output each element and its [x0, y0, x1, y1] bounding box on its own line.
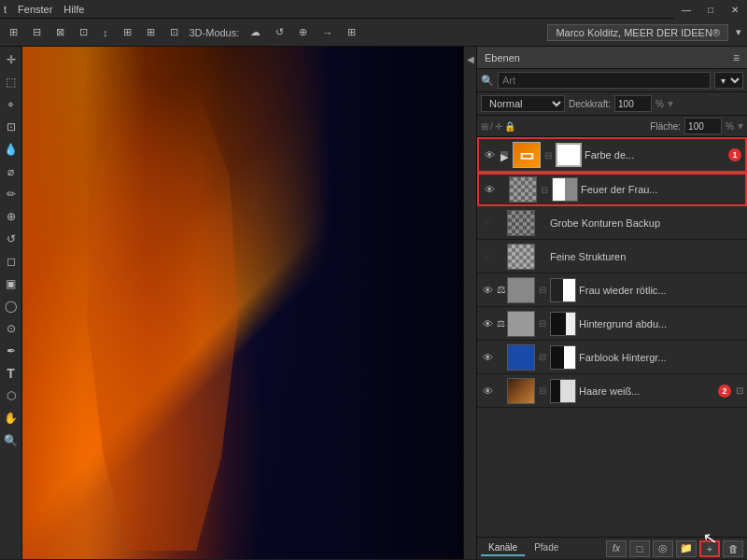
tool-gradient[interactable]: ▣ — [2, 274, 21, 293]
toolbar-icon-5[interactable]: ↕ — [99, 25, 112, 40]
blend-mode-select[interactable]: Normal — [481, 95, 565, 112]
tool-hand[interactable]: ✋ — [2, 409, 21, 427]
lock-paint-icon[interactable]: / — [490, 121, 493, 132]
fill-arrow[interactable]: ▾ — [738, 119, 743, 133]
toolbar-3d-icon3[interactable]: ⊕ — [295, 24, 311, 40]
tool-zoom[interactable]: 🔍 — [2, 431, 21, 450]
layer-badge-container-7: 2 — [718, 385, 731, 398]
fill-unit: % — [726, 121, 734, 132]
profile-arrow[interactable]: ▾ — [736, 26, 741, 38]
menu-item-t[interactable]: t — [4, 4, 7, 15]
layer-expand-0[interactable]: ▶ — [500, 151, 508, 159]
toolbar-3d-icon5[interactable]: ⊞ — [344, 24, 359, 40]
tab-pfade[interactable]: Pfade — [527, 540, 566, 556]
layer-name-0: Farbe de... — [585, 149, 724, 161]
layer-visibility-3[interactable]: 👁 — [481, 250, 494, 263]
layer-mask-6 — [550, 345, 576, 370]
menu-item-hilfe[interactable]: Hilfe — [63, 4, 84, 15]
layer-visibility-5[interactable]: 👁 — [481, 317, 494, 330]
layer-thumb-5 — [507, 311, 535, 337]
toolbar-3d-icon4[interactable]: → — [318, 25, 336, 40]
layer-item-3[interactable]: 👁 Feine Strukturen — [477, 240, 747, 273]
opacity-arrow[interactable]: ▾ — [668, 97, 673, 110]
layer-visibility-7[interactable]: 👁 — [481, 385, 494, 398]
toolbar-icon-1[interactable]: ⊞ — [6, 24, 21, 40]
fill-row: ⊞ / ✛ 🔒 Fläche: % ▾ — [477, 116, 747, 137]
maximize-button[interactable]: □ — [698, 0, 723, 19]
opacity-input[interactable] — [614, 95, 652, 112]
new-layer-button[interactable]: + — [699, 540, 720, 557]
layer-item-6[interactable]: 👁 ⊟ Farblook Hintergr... — [477, 341, 747, 374]
minimize-button[interactable]: — — [674, 0, 698, 19]
layer-item-0[interactable]: 👁 ▶ ▭ ⊟ Farbe de... 1 — [477, 137, 747, 173]
layer-item-5[interactable]: 👁 ⚖ ⊟ Hintergrund abdu... — [477, 307, 747, 341]
tool-text[interactable]: T — [2, 364, 21, 383]
layer-visibility-0[interactable]: 👁 — [483, 148, 496, 161]
panel-header: Ebenen ≡ — [477, 47, 747, 69]
lock-all-icon[interactable]: 🔒 — [504, 121, 515, 132]
fx-button[interactable]: fx — [606, 540, 627, 557]
layer-item-2[interactable]: 👁 Grobe Konturen Backup — [477, 206, 747, 240]
tool-brush[interactable]: ✏ — [2, 185, 21, 203]
layer-item-4[interactable]: 👁 ⚖ ⊟ Frau wieder rötlic... — [477, 273, 747, 307]
panel-menu-icon[interactable]: ≡ — [733, 51, 740, 64]
tool-lasso[interactable]: ⌖ — [2, 95, 21, 114]
tab-kanale[interactable]: Kanäle — [481, 540, 525, 556]
layer-name-5: Hintergrund abdu... — [579, 318, 743, 329]
layer-visibility-4[interactable]: 👁 — [481, 284, 494, 297]
search-input[interactable] — [498, 72, 711, 89]
adjustment-button[interactable]: ◎ — [653, 540, 673, 557]
tool-dodge[interactable]: ⊙ — [2, 319, 21, 338]
panel-collapse-strip[interactable]: ◀ — [463, 47, 476, 559]
tool-crop[interactable]: ⊡ — [2, 118, 21, 136]
new-layer-icon: + — [707, 543, 712, 554]
layer-visibility-1[interactable]: 👁 — [483, 183, 496, 196]
toolbar-icon-6[interactable]: ⊞ — [120, 24, 135, 40]
toolbar-icon-7[interactable]: ⊞ — [143, 24, 159, 40]
lock-move-icon[interactable]: ✛ — [495, 121, 502, 132]
layer-link-1: ⊟ — [540, 185, 549, 195]
panel-footer: Kanäle Pfade fx □ ◎ 📁 + 🗑 — [477, 537, 747, 559]
tool-move[interactable]: ✛ — [2, 50, 21, 69]
profile-dropdown[interactable]: Marco Kolditz, MEER DER IDEEN® — [547, 24, 728, 41]
toolbar-3d-icon1[interactable]: ☁ — [247, 24, 264, 40]
tool-history[interactable]: ↺ — [2, 230, 21, 248]
toolbar-icon-8[interactable]: ⊡ — [166, 24, 182, 40]
tool-shape[interactable]: ⬡ — [2, 386, 21, 405]
tool-blur[interactable]: ◯ — [2, 297, 21, 315]
layer-item-1[interactable]: 👁 ⊟ Feuer der Frau... — [477, 173, 747, 206]
toolbar-icon-3[interactable]: ⊠ — [52, 24, 68, 40]
delete-layer-button[interactable]: 🗑 — [723, 540, 743, 557]
menu-item-fenster[interactable]: Fenster — [18, 4, 52, 15]
tool-select[interactable]: ⬚ — [2, 73, 21, 91]
folder-button[interactable]: 📁 — [676, 540, 697, 557]
fill-label: Fläche: — [650, 121, 681, 132]
layer-link-6: ⊟ — [538, 352, 547, 362]
fill-input[interactable] — [684, 118, 722, 134]
add-mask-button[interactable]: □ — [629, 540, 650, 557]
tool-pen[interactable]: ✒ — [2, 342, 21, 360]
search-bar: 🔍 ▾ — [477, 69, 747, 92]
footer-tabs: Kanäle Pfade — [481, 540, 566, 556]
layer-more-icon-7[interactable]: ⊡ — [736, 385, 743, 396]
toolbar: ⊞ ⊟ ⊠ ⊡ ↕ ⊞ ⊞ ⊡ 3D-Modus: ☁ ↺ ⊕ → ⊞ Marc… — [0, 19, 747, 47]
close-button[interactable]: ✕ — [723, 0, 747, 19]
toolbar-icon-2[interactable]: ⊟ — [29, 24, 45, 40]
tool-eyedrop[interactable]: 💧 — [2, 140, 21, 159]
lock-px-icon[interactable]: ⊞ — [481, 121, 488, 132]
layer-name-4: Frau wieder rötlic... — [579, 285, 743, 296]
collapse-icon[interactable]: ◀ — [467, 54, 474, 64]
tool-eraser[interactable]: ◻ — [2, 252, 21, 271]
toolbar-3d-label: 3D-Modus: — [190, 27, 240, 38]
panel-title: Ebenen — [485, 52, 520, 63]
tool-heal[interactable]: ⌀ — [2, 162, 21, 181]
layer-visibility-6[interactable]: 👁 — [481, 351, 494, 364]
toolbar-icon-4[interactable]: ⊡ — [76, 24, 92, 40]
filter-dropdown[interactable]: ▾ — [714, 72, 743, 89]
layer-item-7[interactable]: 👁 ⊟ Haare weiß... 2 ⊡ — [477, 374, 747, 408]
toolbar-3d-icon2[interactable]: ↺ — [272, 24, 288, 40]
tool-stamp[interactable]: ⊕ — [2, 207, 21, 226]
layer-mask-0 — [556, 143, 582, 167]
layer-badge-0: 1 — [728, 148, 741, 161]
layer-visibility-2[interactable]: 👁 — [481, 217, 494, 230]
